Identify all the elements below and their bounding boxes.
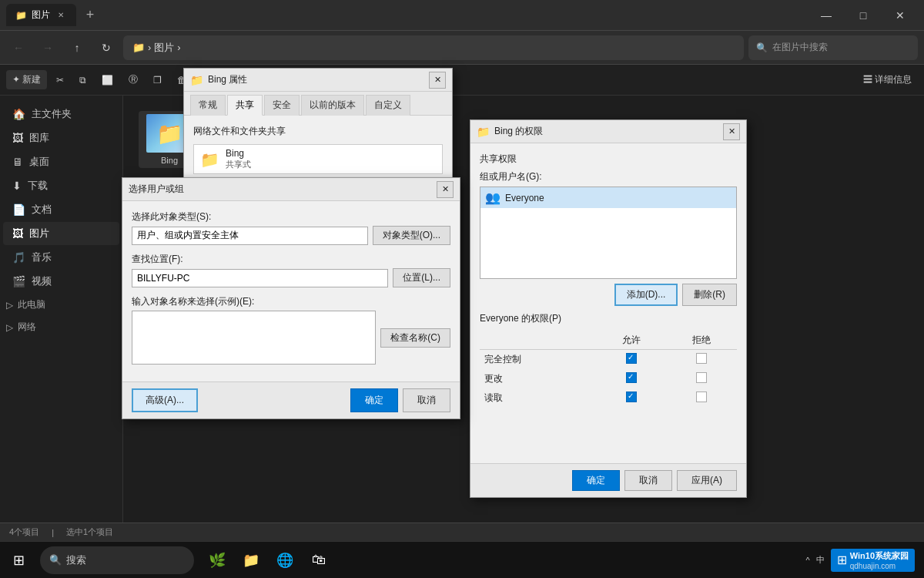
taskbar-folder-icon[interactable]: 📁 — [236, 545, 266, 576]
full-control-deny[interactable] — [667, 350, 737, 370]
object-name-input-row: 检查名称(C) — [132, 311, 450, 365]
tab-label: 图片 — [32, 8, 50, 22]
copy-btn[interactable]: ⧉ — [73, 72, 92, 89]
read-allow[interactable] — [597, 388, 667, 408]
object-name-label: 输入对象名称来选择(示例)(E): — [132, 295, 450, 308]
taskbar-nature-icon[interactable]: 🌿 — [202, 545, 233, 576]
add-permission-btn[interactable]: 添加(D)... — [614, 284, 678, 306]
taskbar-search-placeholder: 搜索 — [66, 553, 86, 567]
share-btn[interactable]: ❐ — [147, 72, 168, 89]
read-deny-checkbox[interactable] — [696, 391, 707, 402]
maximize-btn[interactable]: □ — [845, 3, 881, 28]
bing-properties-title-text: Bing 属性 — [208, 73, 247, 86]
everyone-user-item[interactable]: 👥 Everyone — [480, 187, 736, 208]
modify-label: 更改 — [480, 369, 597, 388]
win10-logo-icon: ⊞ — [837, 553, 847, 567]
tab-share[interactable]: 共享 — [227, 95, 263, 116]
full-control-row: 完全控制 — [480, 350, 737, 370]
tab-previous-versions[interactable]: 以前的版本 — [301, 95, 364, 116]
sidebar-item-pictures[interactable]: 🖼 图片 — [3, 222, 119, 245]
bing-permissions-cancel-btn[interactable]: 取消 — [624, 470, 672, 491]
object-type-btn[interactable]: 对象类型(O)... — [373, 226, 450, 245]
remove-permission-btn[interactable]: 删除(R) — [682, 284, 737, 306]
sidebar-section-this-pc[interactable]: ▷ 此电脑 — [0, 294, 122, 316]
forward-btn[interactable]: → — [35, 35, 60, 60]
tab-customize[interactable]: 自定义 — [366, 95, 410, 116]
select-user-footer: 高级(A)... 确定 取消 — [122, 381, 460, 418]
sidebar-item-main-folder[interactable]: 🏠 主文件夹 — [3, 102, 119, 126]
everyone-user-icon: 👥 — [485, 190, 500, 205]
bing-permissions-dialog[interactable]: 📁 Bing 的权限 ✕ 共享权限 组或用户名(G): 👥 Everyone 添… — [470, 119, 747, 498]
modify-allow[interactable] — [597, 369, 667, 388]
sidebar-item-downloads[interactable]: ⬇ 下载 — [3, 174, 119, 197]
taskbar-edge-icon[interactable]: 🌐 — [270, 545, 300, 576]
share-item-type: 共享式 — [226, 159, 251, 170]
select-user-close-btn[interactable]: ✕ — [437, 181, 454, 198]
location-input-row: BILLYFU-PC 位置(L)... — [132, 268, 450, 287]
full-control-allow[interactable] — [597, 350, 667, 370]
paste-btn[interactable]: ⬜ — [95, 72, 119, 89]
details-btn[interactable]: ☰ 详细信息 — [857, 70, 918, 89]
full-control-deny-checkbox[interactable] — [696, 353, 707, 364]
everyone-label: Everyone — [505, 193, 544, 203]
file-name-bing: Bing — [161, 156, 178, 165]
modify-allow-checkbox[interactable] — [626, 372, 637, 383]
address-bar[interactable]: 📁 › 图片 › — [123, 35, 744, 60]
up-btn[interactable]: ↑ — [65, 35, 89, 60]
user-list[interactable]: 👥 Everyone — [480, 187, 737, 279]
start-btn[interactable]: ⊞ — [0, 542, 37, 579]
cut-btn[interactable]: ✂ — [50, 72, 70, 89]
taskbar-search-bar[interactable]: 🔍 搜索 — [40, 546, 194, 574]
minimize-btn[interactable]: — — [808, 3, 844, 28]
sidebar-item-gallery[interactable]: 🖼 图库 — [3, 126, 119, 150]
tab-security[interactable]: 安全 — [264, 95, 300, 116]
new-btn[interactable]: ✦ 新建 — [6, 70, 47, 89]
new-tab-btn[interactable]: + — [79, 5, 101, 26]
bing-properties-title-bar: 📁 Bing 属性 ✕ — [184, 69, 452, 92]
advanced-btn[interactable]: 高级(A)... — [132, 388, 198, 412]
network-share-title: 网络文件和文件夹共享 — [193, 125, 443, 138]
sidebar-item-videos[interactable]: 🎬 视频 — [3, 270, 119, 293]
sidebar-item-music[interactable]: 🎵 音乐 — [3, 246, 119, 269]
bing-permissions-apply-btn[interactable]: 应用(A) — [677, 470, 737, 491]
pictures-icon: 🖼 — [12, 227, 23, 240]
rename-btn[interactable]: Ⓡ — [122, 70, 144, 89]
read-deny[interactable] — [667, 388, 737, 408]
back-btn[interactable]: ← — [6, 35, 31, 60]
music-icon: 🎵 — [12, 251, 25, 264]
select-user-dialog[interactable]: 选择用户或组 ✕ 选择此对象类型(S): 用户、组或内置安全主体 对象类型(O)… — [122, 177, 460, 419]
bing-permissions-footer: 确定 取消 应用(A) — [470, 463, 746, 497]
tab-close-btn[interactable]: ✕ — [55, 9, 67, 22]
tab-pictures[interactable]: 📁 图片 ✕ — [6, 4, 76, 26]
check-name-btn[interactable]: 检查名称(C) — [380, 328, 450, 348]
bing-permissions-close-btn[interactable]: ✕ — [723, 123, 740, 140]
bing-permissions-ok-btn[interactable]: 确定 — [572, 470, 620, 491]
read-allow-checkbox[interactable] — [626, 391, 637, 402]
taskbar-store-icon[interactable]: 🛍 — [303, 545, 334, 576]
full-control-allow-checkbox[interactable] — [626, 353, 637, 364]
modify-deny[interactable] — [667, 369, 737, 388]
address-icon: 📁 — [132, 42, 145, 53]
search-bar[interactable]: 🔍 在图片中搜索 — [748, 35, 918, 60]
bing-properties-close-btn[interactable]: ✕ — [429, 72, 446, 89]
sidebar-item-documents[interactable]: 📄 文档 — [3, 198, 119, 221]
sidebar-item-desktop[interactable]: 🖥 桌面 — [3, 150, 119, 173]
title-bar: 📁 图片 ✕ + — □ ✕ — [0, 0, 924, 31]
permission-name-header — [480, 331, 597, 350]
address-text: 图片 — [154, 41, 174, 55]
location-input: BILLYFU-PC — [132, 269, 388, 287]
sidebar: 🏠 主文件夹 🖼 图库 🖥 桌面 ⬇ 下载 📄 文档 🖼 图片 — [0, 96, 123, 523]
sidebar-section-network[interactable]: ▷ 网络 — [0, 316, 122, 338]
select-user-cancel-btn[interactable]: 取消 — [403, 388, 450, 412]
location-btn[interactable]: 位置(L)... — [393, 268, 450, 287]
win10-badge[interactable]: ⊞ Win10系统家园 qdhuajin.com — [831, 549, 915, 572]
select-user-ok-btn[interactable]: 确定 — [350, 388, 398, 412]
bing-properties-tabs: 常规 共享 安全 以前的版本 自定义 — [184, 92, 452, 116]
modify-deny-checkbox[interactable] — [696, 372, 707, 383]
tab-general[interactable]: 常规 — [190, 95, 226, 116]
refresh-btn[interactable]: ↻ — [94, 35, 119, 60]
close-btn[interactable]: ✕ — [882, 3, 918, 28]
taskbar-app-icons: 🌿 📁 🌐 🛍 — [202, 545, 334, 576]
object-name-input[interactable] — [132, 311, 376, 365]
desktop-icon: 🖥 — [12, 156, 23, 168]
